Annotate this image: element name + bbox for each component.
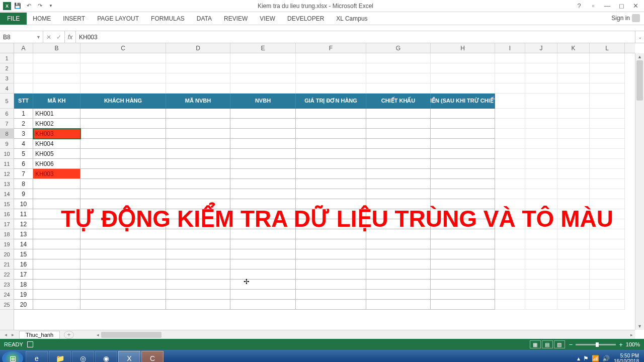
table-header-cell[interactable]: MÃ KH [33, 94, 80, 109]
cell[interactable] [557, 63, 590, 73]
row-header[interactable]: 19 [0, 239, 14, 249]
cell[interactable] [525, 189, 557, 199]
cell[interactable]: KH004 [33, 139, 80, 149]
cancel-formula-icon[interactable]: ✕ [46, 34, 51, 41]
cell[interactable] [495, 109, 525, 119]
row-header[interactable]: 17 [0, 219, 14, 229]
cell[interactable] [166, 159, 230, 169]
cell[interactable]: 20 [14, 300, 33, 310]
cell[interactable] [166, 249, 230, 259]
cell[interactable] [296, 290, 366, 300]
cell[interactable] [590, 259, 625, 269]
cell[interactable] [296, 259, 366, 269]
table-header-cell[interactable]: GIÁ TRỊ ĐƠN HÀNG [296, 94, 366, 109]
cell[interactable]: 12 [14, 219, 33, 229]
cell[interactable] [33, 280, 80, 290]
taskbar-app-icon[interactable]: ◎ [72, 351, 94, 362]
cell[interactable] [495, 53, 525, 63]
cell[interactable] [590, 83, 625, 94]
taskbar-chrome-icon[interactable]: ◉ [95, 351, 117, 362]
row-header[interactable]: 3 [0, 73, 14, 83]
taskbar-camtasia-icon[interactable]: C [141, 351, 164, 362]
cell[interactable] [495, 73, 525, 83]
table-header-cell[interactable]: NVBH [230, 94, 296, 109]
table-header-cell[interactable]: STT [14, 94, 33, 109]
cell[interactable]: KH002 [33, 119, 80, 129]
column-header[interactable]: C [80, 43, 166, 53]
cell[interactable] [495, 189, 525, 199]
cell[interactable] [296, 139, 366, 149]
cell[interactable] [230, 83, 296, 94]
vertical-scrollbar[interactable]: ▲ ▼ [635, 53, 644, 330]
cell[interactable] [296, 209, 366, 219]
row-header[interactable]: 20 [0, 249, 14, 259]
cell[interactable] [296, 179, 366, 189]
cell[interactable] [366, 189, 431, 199]
cell[interactable] [166, 73, 230, 83]
cell[interactable] [431, 189, 495, 199]
cell[interactable] [296, 199, 366, 209]
row-header[interactable]: 6 [0, 109, 14, 119]
cell[interactable] [590, 269, 625, 280]
cell[interactable] [230, 73, 296, 83]
cell[interactable]: KH003 [33, 129, 80, 139]
cell[interactable] [431, 119, 495, 129]
cell[interactable]: 6 [14, 159, 33, 169]
cell[interactable] [80, 300, 166, 310]
cell[interactable] [366, 209, 431, 219]
ribbon-tab[interactable]: PAGE LAYOUT [91, 13, 145, 25]
cell[interactable] [14, 63, 33, 73]
cell[interactable] [33, 290, 80, 300]
cell[interactable] [525, 179, 557, 189]
cell[interactable] [80, 249, 166, 259]
cell[interactable] [495, 179, 525, 189]
row-header[interactable]: 14 [0, 189, 14, 199]
macro-record-icon[interactable] [27, 341, 33, 347]
cell[interactable] [590, 219, 625, 229]
cell[interactable] [296, 119, 366, 129]
cell[interactable] [525, 219, 557, 229]
cell[interactable] [431, 290, 495, 300]
cell[interactable] [366, 179, 431, 189]
cell[interactable] [366, 73, 431, 83]
cell[interactable] [557, 83, 590, 94]
cell[interactable] [557, 189, 590, 199]
cell[interactable] [33, 189, 80, 199]
cell[interactable] [296, 300, 366, 310]
cell[interactable] [366, 280, 431, 290]
save-icon[interactable]: 💾 [13, 2, 22, 11]
cell[interactable] [33, 229, 80, 239]
cell[interactable] [296, 239, 366, 249]
cell[interactable] [296, 63, 366, 73]
cell[interactable] [14, 83, 33, 94]
cell[interactable] [33, 219, 80, 229]
scroll-left-icon[interactable]: ◂ [94, 331, 101, 338]
table-header-cell[interactable]: KHÁCH HÀNG [80, 94, 166, 109]
table-header-cell[interactable]: TỔNG TIỀN (SAU KHI TRỪ CHIẾT KHẤU) [431, 94, 495, 109]
cell[interactable] [166, 300, 230, 310]
row-header[interactable]: 21 [0, 259, 14, 269]
cell[interactable] [80, 209, 166, 219]
system-tray[interactable]: ▴ ⚑ 📶 🔊 5:50 PM 16/10/2018 [577, 353, 642, 362]
cell[interactable] [296, 129, 366, 139]
signin-button[interactable]: Sign in [607, 12, 644, 25]
cell[interactable] [296, 249, 366, 259]
cell[interactable] [525, 300, 557, 310]
formula-input[interactable]: KH003 [76, 31, 635, 43]
cell[interactable] [166, 199, 230, 209]
ribbon-tab[interactable]: VIEW [254, 13, 281, 25]
cell[interactable] [590, 189, 625, 199]
scroll-down-icon[interactable]: ▼ [635, 323, 644, 330]
cell[interactable] [80, 63, 166, 73]
cell[interactable] [166, 179, 230, 189]
zoom-in-icon[interactable]: + [619, 341, 623, 348]
cell[interactable] [590, 129, 625, 139]
cell[interactable] [557, 259, 590, 269]
column-header[interactable]: E [230, 43, 296, 53]
column-header[interactable]: L [590, 43, 625, 53]
cell[interactable] [431, 179, 495, 189]
cell[interactable] [495, 280, 525, 290]
cell[interactable] [525, 119, 557, 129]
row-header[interactable]: 25 [0, 300, 14, 310]
cell[interactable] [431, 249, 495, 259]
